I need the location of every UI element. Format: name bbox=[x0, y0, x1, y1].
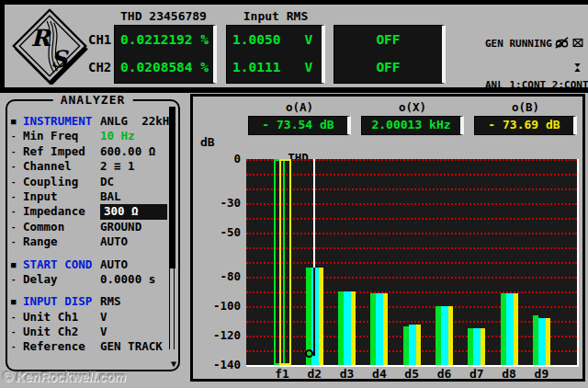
grid-line bbox=[246, 306, 577, 308]
readout-b-value: - 73.69 dB bbox=[474, 116, 577, 135]
aux-line1: OFF bbox=[334, 26, 442, 53]
grid-line bbox=[246, 218, 577, 220]
keyboard-lock-icon bbox=[571, 37, 584, 49]
cursor-line-inner bbox=[313, 268, 315, 357]
item-label: Channel bbox=[23, 159, 100, 174]
analyzer-item-min-freq[interactable]: -Min Freq10 Hz bbox=[11, 129, 167, 143]
item-label: Unit Ch2 bbox=[23, 325, 100, 339]
item-value: DC bbox=[100, 175, 167, 189]
thd-ch1-value: 0.0212192 % bbox=[115, 26, 213, 53]
x-tick-label-d9: d9 bbox=[526, 367, 556, 381]
analyzer-item-delay[interactable]: -Delay0.0000 s bbox=[11, 272, 167, 287]
monitor-crossed-icon bbox=[555, 37, 569, 49]
analyzer-item-reference[interactable]: -ReferenceGEN TRACK bbox=[11, 339, 167, 354]
item-bullet-icon: - bbox=[11, 129, 23, 143]
x-tick-label-f1: f1 bbox=[267, 367, 297, 381]
bar-group-d3 bbox=[338, 291, 356, 365]
bar-group-d5 bbox=[403, 325, 421, 365]
item-value: GEN TRACK bbox=[100, 339, 167, 354]
bar-ch2-edge bbox=[351, 291, 356, 365]
item-bullet-icon: - bbox=[11, 339, 23, 354]
item-bullet-icon: - bbox=[11, 234, 23, 249]
bar-group-d4 bbox=[370, 293, 388, 365]
item-label: Coupling bbox=[23, 175, 100, 189]
x-tick-label-d5: d5 bbox=[397, 367, 426, 381]
y-tick-label: -120 bbox=[193, 328, 241, 342]
input-rms-ch2-value: 1.0111 V bbox=[227, 53, 322, 81]
analyzer-item-list: ■INSTRUMENTANLG 22kHz-Min Freq10 Hz-Ref … bbox=[11, 114, 167, 355]
item-label: Ref Imped bbox=[23, 144, 100, 159]
bar-ch2-fill bbox=[506, 293, 514, 365]
item-label: INPUT DISP bbox=[23, 294, 100, 309]
bar-group-d6 bbox=[435, 306, 453, 365]
x-tick-label-d4: d4 bbox=[365, 367, 394, 381]
analyzer-item-input-disp[interactable]: ■INPUT DISPRMS bbox=[11, 294, 167, 309]
frame-left bbox=[0, 0, 5, 93]
analyzer-item-unit-ch1[interactable]: -Unit Ch1V bbox=[11, 310, 167, 325]
x-tick-label-d8: d8 bbox=[494, 367, 524, 381]
x-tick-label-d6: d6 bbox=[430, 367, 459, 381]
remote-status-icon bbox=[573, 63, 582, 73]
input-rms-display: 1.0050 V 1.0111 V bbox=[226, 25, 325, 84]
item-bullet-icon: ■ bbox=[11, 257, 23, 272]
grid-line bbox=[246, 291, 577, 293]
item-label: Range bbox=[23, 234, 100, 249]
input-rms-title: Input RMS bbox=[226, 9, 325, 23]
y-tick-label: 0 bbox=[193, 152, 241, 165]
y-tick-label: -30 bbox=[193, 196, 241, 210]
analyzer-item-channel[interactable]: -Channel2 ≡ 1 bbox=[11, 159, 167, 174]
item-bullet-icon: - bbox=[11, 175, 23, 189]
thd-function-title: THD 23456789 bbox=[101, 9, 226, 23]
svg-text:R: R bbox=[30, 24, 51, 51]
scrollbar-thumb[interactable] bbox=[170, 107, 175, 268]
rohde-schwarz-logo-icon: R S bbox=[11, 7, 88, 85]
item-bullet-icon: ■ bbox=[11, 294, 23, 309]
y-axis-unit-label: dB bbox=[200, 135, 215, 149]
grid-line bbox=[246, 262, 577, 264]
x-tick-label-d7: d7 bbox=[462, 367, 492, 381]
item-bullet-icon: - bbox=[11, 325, 23, 339]
bar-ch2-fill bbox=[376, 293, 383, 365]
bar-group-d9 bbox=[533, 315, 550, 365]
thd-display: 0.0212192 % 0.0208584 % bbox=[114, 25, 217, 84]
analyzer-item-impedance[interactable]: -Impedance300 Ω bbox=[11, 204, 167, 219]
grid-line bbox=[246, 188, 577, 190]
item-label: Min Freq bbox=[23, 129, 100, 143]
analyzer-item-coupling[interactable]: -CouplingDC bbox=[11, 175, 167, 189]
readout-a-label: o(A) bbox=[248, 100, 351, 114]
analyzer-item-unit-ch2[interactable]: -Unit Ch2V bbox=[11, 325, 167, 339]
analyzer-item-instrument[interactable]: ■INSTRUMENTANLG 22kHz bbox=[11, 114, 167, 129]
item-value: 10 Hz bbox=[100, 129, 167, 143]
scroll-down-arrow-icon[interactable]: ▼ bbox=[171, 359, 176, 369]
analyzer-item-input[interactable]: -InputBAL bbox=[11, 189, 167, 204]
item-value: V bbox=[100, 310, 167, 325]
bar-ch2-edge bbox=[514, 293, 518, 365]
item-value: 300 Ω bbox=[100, 204, 167, 219]
grid-line bbox=[246, 159, 577, 161]
grid-line bbox=[246, 174, 577, 176]
item-spacer bbox=[11, 250, 167, 257]
item-bullet-icon: - bbox=[11, 272, 23, 287]
x-tick-label-d3: d3 bbox=[333, 367, 362, 381]
anl-status-line: ANL 1:CONT 2:CONT bbox=[485, 78, 588, 92]
analyzer-item-ref-imped[interactable]: -Ref Imped600.00 Ω bbox=[11, 144, 167, 159]
item-value: 600.00 Ω bbox=[100, 144, 167, 159]
bar-ch2-edge bbox=[416, 325, 421, 365]
grid-line bbox=[246, 203, 577, 205]
analyzer-item-start-cond[interactable]: ■START CONDAUTO bbox=[11, 257, 167, 272]
item-label: INSTRUMENT bbox=[23, 114, 100, 129]
item-label: Delay bbox=[23, 272, 100, 287]
bar-ch2-fill bbox=[473, 328, 481, 365]
item-value: GROUND bbox=[100, 220, 167, 234]
bar-ch2-edge bbox=[319, 268, 323, 365]
analyzer-item-common[interactable]: -CommonGROUND bbox=[11, 220, 167, 234]
item-bullet-icon: ■ bbox=[11, 114, 23, 129]
item-spacer bbox=[11, 287, 167, 294]
analyzer-item-range[interactable]: -RangeAUTO bbox=[11, 234, 167, 249]
item-bullet-icon: - bbox=[11, 144, 23, 159]
readout-b-label: o(B) bbox=[474, 100, 577, 114]
item-bullet-icon: - bbox=[11, 189, 23, 204]
grid-line bbox=[246, 247, 577, 249]
item-value: AUTO bbox=[100, 234, 167, 249]
frame-top bbox=[0, 0, 588, 5]
